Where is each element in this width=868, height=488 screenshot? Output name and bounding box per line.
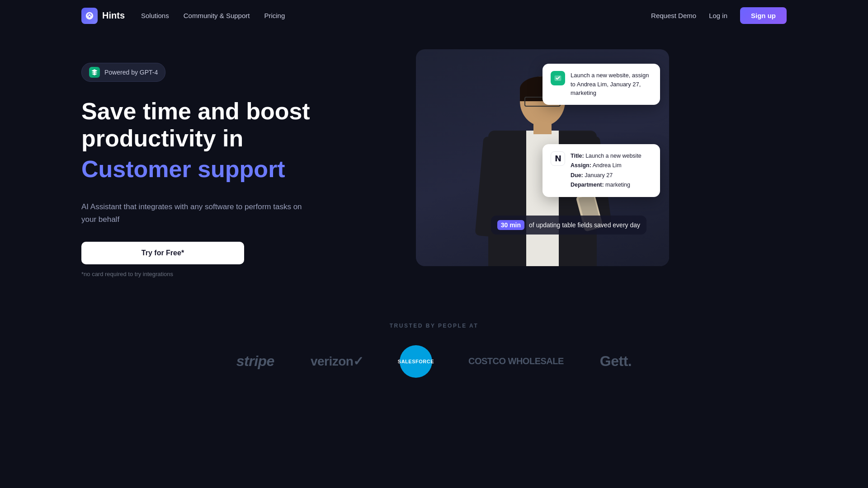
nav-link-community[interactable]: Community & Support — [184, 12, 250, 19]
request-demo-button[interactable]: Request Demo — [651, 12, 696, 19]
signup-button[interactable]: Sign up — [740, 7, 787, 24]
try-free-button[interactable]: Try for Free* — [81, 242, 244, 264]
task-card-1-text: Launch a new website, assign to Andrea L… — [571, 71, 652, 98]
dept-label: Department: — [571, 182, 604, 188]
hero-section: Powered by GPT-4 Save time and boost pro… — [0, 31, 868, 305]
assign-value: Andrea Lim — [593, 162, 622, 169]
nav-right: Request Demo Log in Sign up — [651, 7, 787, 24]
dept-value: marketing — [605, 182, 630, 188]
task-card-2-detail: Title: Launch a new website Assign: Andr… — [571, 151, 642, 190]
time-badge-text: of updating table fields saved every day — [529, 221, 640, 229]
headline-accent: Customer support — [81, 156, 389, 183]
headline-line1: Save time and boost — [81, 98, 310, 124]
task-card-1: Launch a new website, assign to Andrea L… — [542, 64, 660, 105]
logo-salesforce: salesforce — [400, 345, 432, 378]
logo-stripe: stripe — [236, 353, 274, 370]
logo-verizon: verizon✓ — [311, 354, 363, 369]
due-value: January 27 — [585, 172, 613, 178]
logo-group[interactable]: Hints — [81, 8, 125, 24]
gpt4-icon — [89, 67, 100, 78]
logo-costco: COSTCO WHOLESALE — [468, 356, 564, 366]
time-highlight: 30 min — [497, 220, 524, 230]
hero-left: Powered by GPT-4 Save time and boost pro… — [81, 49, 389, 277]
logo-gett: Gett. — [600, 353, 632, 370]
gpt-badge: Powered by GPT-4 — [81, 63, 165, 82]
hero-headline: Save time and boost productivity in — [81, 98, 389, 152]
task-icon-1 — [551, 71, 565, 85]
title-label: Title: — [571, 153, 584, 159]
logo-text: Hints — [102, 10, 125, 21]
nav-link-pricing[interactable]: Pricing — [264, 12, 285, 19]
gpt-badge-text: Powered by GPT-4 — [104, 69, 158, 76]
notion-icon: 𝗡 — [551, 151, 565, 166]
title-value: Launch a new website — [585, 153, 642, 159]
task-card-2: 𝗡 Title: Launch a new website Assign: An… — [542, 144, 660, 197]
headline-line2: productivity in — [81, 125, 243, 151]
navbar: Hints Solutions Community & Support Pric… — [0, 0, 868, 31]
nav-link-solutions[interactable]: Solutions — [141, 12, 169, 19]
logo-icon — [81, 8, 98, 24]
hero-right: Launch a new website, assign to Andrea L… — [416, 49, 669, 266]
time-badge: 30 min of updating table fields saved ev… — [491, 216, 646, 235]
logos-row: stripe verizon✓ salesforce COSTCO WHOLES… — [81, 345, 787, 378]
assign-label: Assign: — [571, 162, 591, 169]
login-button[interactable]: Log in — [709, 12, 727, 19]
svg-point-1 — [89, 16, 90, 18]
no-card-note: *no card required to try integrations — [81, 271, 389, 277]
hero-image: Launch a new website, assign to Andrea L… — [416, 49, 669, 266]
trusted-section: TRUSTED BY PEOPLE AT stripe verizon✓ sal… — [0, 305, 868, 405]
nav-left: Hints Solutions Community & Support Pric… — [81, 8, 285, 24]
hero-description: AI Assistant that integrates with any so… — [81, 201, 316, 225]
nav-links: Solutions Community & Support Pricing — [141, 12, 285, 19]
due-label: Due: — [571, 172, 583, 178]
trusted-label: TRUSTED BY PEOPLE AT — [81, 323, 787, 329]
